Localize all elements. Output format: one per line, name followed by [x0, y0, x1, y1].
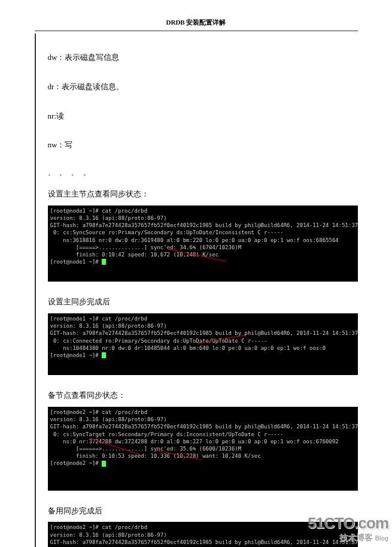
- terminal-1: [root@node1 ~]# cat /proc/drbd version: …: [48, 205, 358, 282]
- line-dr: dr：表示磁盘读信息。: [48, 81, 358, 93]
- line-dots: 。 。 。 。: [48, 168, 358, 177]
- line-dw: dw：表示磁盘写信息: [48, 52, 358, 64]
- page-header: DRDB 安装配置详解: [35, 18, 358, 31]
- cursor-icon: [102, 352, 106, 358]
- terminal-3-text: [root@node2 ~]# cat /proc/drbd version: …: [50, 409, 358, 466]
- content-area: dw：表示磁盘写信息 dr：表示磁盘读信息。 nr:读 nw：写 。 。 。 。…: [35, 34, 358, 547]
- line-nw: nw：写: [48, 139, 358, 152]
- watermark-small: Blog: [375, 535, 388, 542]
- section3-title: 备节点查看同步状态：: [48, 389, 358, 402]
- cursor-icon: [102, 259, 106, 265]
- terminal-2-text: [root@node1 ~]# cat /proc/drbd version: …: [50, 316, 358, 358]
- section1-title: 设置主主节点查看同步状态：: [48, 188, 358, 201]
- line-nr: nr:读: [48, 110, 358, 123]
- cursor-icon: [102, 461, 106, 467]
- watermark: 51CTO.com 技术博客 Blog: [308, 514, 388, 543]
- terminal-3: [root@node2 ~]# cat /proc/drbd version: …: [48, 407, 358, 491]
- section2-title: 设置主同步完成后: [48, 296, 358, 309]
- terminal-2: [root@node1 ~]# cat /proc/drbd version: …: [48, 313, 358, 375]
- watermark-sub: 技术博客: [339, 533, 373, 542]
- watermark-main: 51CTO.com: [308, 514, 388, 533]
